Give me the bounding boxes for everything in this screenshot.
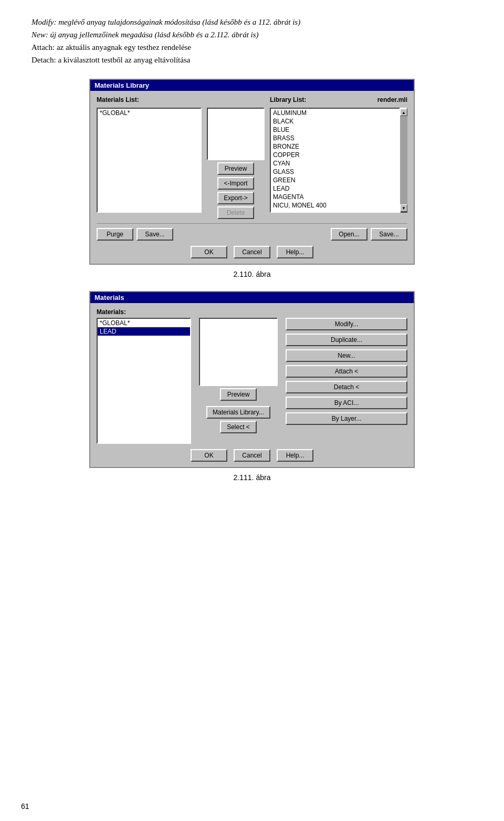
scroll-up-arrow[interactable]: ▲ bbox=[400, 109, 407, 116]
materials-list-2-container: *GLOBAL* LEAD bbox=[97, 318, 191, 444]
lib-item-11[interactable]: NICU, MONEL 400 bbox=[271, 201, 399, 210]
duplicate-button[interactable]: Duplicate... bbox=[286, 334, 407, 346]
new-button[interactable]: New... bbox=[286, 349, 407, 362]
lib-item-6[interactable]: CYAN bbox=[271, 159, 399, 168]
mat2-item-1[interactable]: LEAD bbox=[98, 327, 190, 336]
materials-listbox-2[interactable]: *GLOBAL* LEAD bbox=[97, 318, 191, 444]
dialog1-cancel-button[interactable]: Cancel bbox=[234, 246, 270, 258]
caption2: 2.111. ábra bbox=[32, 473, 472, 482]
dialog1-bottom-row: Purge Save... Open... Save... bbox=[97, 223, 407, 241]
dialog2-help-button[interactable]: Help... bbox=[277, 449, 313, 462]
preview-box-2 bbox=[199, 318, 278, 386]
dialog1-ok-button[interactable]: OK bbox=[191, 246, 227, 258]
materials-dialog: Materials Materials: *GLOBAL* LEAD Previ… bbox=[89, 291, 415, 468]
dialog2-body: Materials: *GLOBAL* LEAD Preview Materia… bbox=[90, 303, 414, 467]
dialog2-ok-button[interactable]: OK bbox=[191, 449, 227, 462]
attach-button[interactable]: Attach < bbox=[286, 365, 407, 378]
lib-item-7[interactable]: GLASS bbox=[271, 168, 399, 176]
library-list-label: Library List: bbox=[270, 96, 306, 103]
library-scrollbar[interactable]: ▲ ▼ bbox=[400, 108, 407, 213]
materials-listbox[interactable]: *GLOBAL* bbox=[97, 108, 202, 213]
detach-button[interactable]: Detach < bbox=[286, 381, 407, 393]
materials-list-label: Materials List: bbox=[97, 96, 202, 103]
import-button[interactable]: <-Import bbox=[217, 177, 254, 190]
materials-list-container: *GLOBAL* bbox=[97, 108, 202, 219]
mat2-item-0[interactable]: *GLOBAL* bbox=[98, 319, 190, 327]
export-button[interactable]: Export-> bbox=[217, 192, 254, 204]
attach-line: Attach: az aktuális anyagnak egy testhez… bbox=[32, 41, 472, 54]
dialog2-center: Preview Materials Library... Select < bbox=[196, 318, 280, 444]
dialog2-titlebar: Materials bbox=[90, 292, 414, 303]
dialog1-right-buttons: Open... Save... bbox=[331, 228, 407, 241]
caption1: 2.110. ábra bbox=[32, 270, 472, 278]
dialog2-right-buttons: Modify... Duplicate... New... Attach < D… bbox=[286, 318, 407, 444]
lib-item-4[interactable]: BRONZE bbox=[271, 142, 399, 151]
lib-item-1[interactable]: BLACK bbox=[271, 117, 399, 126]
by-layer-button[interactable]: By Layer... bbox=[286, 412, 407, 425]
preview-button-1[interactable]: Preview bbox=[217, 162, 254, 175]
dialog1-ok-row: OK Cancel Help... bbox=[97, 246, 407, 258]
materials-library-dialog: Materials Library Materials List: Librar… bbox=[89, 79, 415, 265]
detach-line: Detach: a kiválasztott testből az anyag … bbox=[32, 54, 472, 66]
purge-button[interactable]: Purge bbox=[97, 228, 133, 241]
new-label: New: új anyag jellemzőinek megadása (lás… bbox=[32, 30, 259, 39]
modify-label: Modify: meglévő anyag tulajdonságainak m… bbox=[32, 18, 300, 26]
open-button[interactable]: Open... bbox=[331, 228, 368, 241]
modify-button[interactable]: Modify... bbox=[286, 318, 407, 330]
dialog1-titlebar: Materials Library bbox=[90, 80, 414, 91]
lib-item-3[interactable]: BRASS bbox=[271, 134, 399, 142]
save-right-button[interactable]: Save... bbox=[371, 228, 407, 241]
dialog1-body: Materials List: Library List: render.mli… bbox=[90, 91, 414, 264]
preview-box-1 bbox=[207, 108, 265, 160]
dialog1-center-buttons: Preview <-Import Export-> Delete bbox=[207, 108, 265, 219]
lib-item-8[interactable]: GREEN bbox=[271, 176, 399, 184]
dialog2-main-row: *GLOBAL* LEAD Preview Materials Library.… bbox=[97, 318, 407, 444]
materials-library-button[interactable]: Materials Library... bbox=[206, 406, 270, 419]
dialog1-left-buttons: Purge Save... bbox=[97, 228, 173, 241]
library-list-with-scroll: ALUMINUM BLACK BLUE BRASS BRONZE COPPER … bbox=[270, 108, 407, 213]
lib-item-0[interactable]: ALUMINUM bbox=[271, 109, 399, 117]
by-aci-button[interactable]: By ACI... bbox=[286, 397, 407, 409]
delete-button[interactable]: Delete bbox=[217, 206, 254, 219]
lib-item-5[interactable]: COPPER bbox=[271, 151, 399, 159]
dialog2-ok-row: OK Cancel Help... bbox=[97, 449, 407, 462]
scroll-track bbox=[400, 116, 407, 204]
intro-paragraph: Modify: meglévő anyag tulajdonságainak m… bbox=[32, 16, 472, 66]
dialog1-help-button[interactable]: Help... bbox=[277, 246, 313, 258]
lib-item-10[interactable]: MAGENTA bbox=[271, 193, 399, 201]
preview-button-2[interactable]: Preview bbox=[220, 388, 257, 401]
lib-item-2[interactable]: BLUE bbox=[271, 126, 399, 134]
select-button[interactable]: Select < bbox=[220, 421, 257, 433]
lib-item-9[interactable]: LEAD bbox=[271, 184, 399, 193]
materials-item-global[interactable]: *GLOBAL* bbox=[98, 109, 201, 117]
dialog2-cancel-button[interactable]: Cancel bbox=[234, 449, 270, 462]
materials-label-2: Materials: bbox=[97, 308, 407, 316]
library-list-container: ALUMINUM BLACK BLUE BRASS BRONZE COPPER … bbox=[270, 108, 407, 219]
page-number: 61 bbox=[21, 802, 29, 810]
save-left-button[interactable]: Save... bbox=[136, 228, 173, 241]
library-listbox[interactable]: ALUMINUM BLACK BLUE BRASS BRONZE COPPER … bbox=[270, 108, 400, 213]
scroll-down-arrow[interactable]: ▼ bbox=[400, 204, 407, 212]
library-file-label: render.mli bbox=[377, 96, 407, 103]
dialog1-main-row: *GLOBAL* Preview <-Import Export-> Delet… bbox=[97, 108, 407, 219]
